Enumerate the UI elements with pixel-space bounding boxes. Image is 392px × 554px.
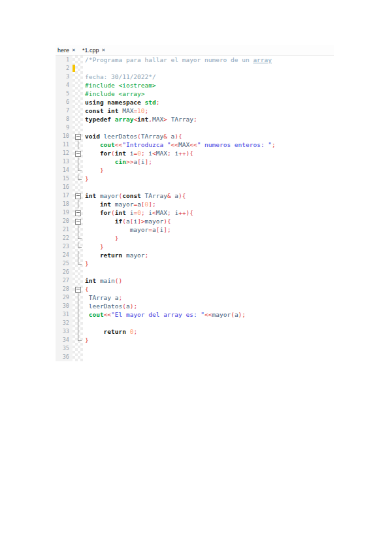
fold-margin-cell xyxy=(73,242,83,251)
token-sym: ); xyxy=(130,302,137,310)
line-number: 10 xyxy=(56,132,73,140)
fold-margin-cell xyxy=(73,174,83,183)
code-line: 27int main() xyxy=(56,276,334,285)
token-sym: ; xyxy=(141,150,148,157)
token-sym: ; xyxy=(167,150,174,157)
fold-margin-cell[interactable] xyxy=(73,217,83,225)
line-number: 2 xyxy=(56,64,73,73)
token-ind xyxy=(85,218,115,225)
code-text xyxy=(83,183,334,191)
fold-collapse-icon[interactable] xyxy=(75,134,81,140)
line-number: 8 xyxy=(56,115,73,123)
line-number: 18 xyxy=(56,200,73,208)
fold-line xyxy=(78,327,78,336)
token-kw: for xyxy=(100,209,111,216)
token-sym: ){ xyxy=(163,218,171,225)
code-line: 21 mayor=a[i]; xyxy=(56,225,334,234)
fold-end xyxy=(78,242,82,248)
code-line: 9 xyxy=(56,123,334,132)
fold-end xyxy=(78,174,82,180)
fold-margin-cell[interactable] xyxy=(73,191,83,200)
code-line: 12 for(int i=0; i<MAX; i++){ xyxy=(56,149,334,157)
fold-line xyxy=(78,225,78,234)
fold-margin-cell xyxy=(73,234,83,242)
code-line: 26 xyxy=(56,268,334,276)
token-sym: ; xyxy=(272,141,276,148)
token-ind xyxy=(85,150,100,157)
fold-margin-cell[interactable] xyxy=(73,149,83,157)
code-text: #include <array> xyxy=(83,90,334,98)
fold-line xyxy=(78,293,78,302)
token-ind xyxy=(85,158,115,165)
token-com: /*Programa para hallar el mayor numero d… xyxy=(85,56,253,63)
token-sym: > xyxy=(163,116,171,123)
token-sym: << xyxy=(189,141,197,148)
token-sym: } xyxy=(85,336,89,344)
code-line: 10void leerDatos(TArray& a){ xyxy=(56,132,334,140)
code-text xyxy=(83,319,334,327)
token-sym: ){ xyxy=(174,133,182,140)
text-cursor xyxy=(73,65,75,72)
token-id: mayor xyxy=(115,201,134,208)
code-editor-area[interactable]: 1/*Programa para hallar el mayor numero … xyxy=(56,56,334,361)
fold-collapse-icon[interactable] xyxy=(75,287,81,293)
fold-line xyxy=(78,140,78,149)
token-kw: const xyxy=(122,192,144,199)
fold-margin-cell[interactable] xyxy=(73,208,83,217)
fold-margin-cell xyxy=(73,251,83,259)
token-sym: } xyxy=(100,167,104,174)
token-kw: int xyxy=(115,150,130,157)
code-text: cin>>a[i]; xyxy=(83,157,334,166)
code-text xyxy=(83,64,334,73)
fold-collapse-icon[interactable] xyxy=(75,210,81,216)
code-text: /*Programa para hallar el mayor numero d… xyxy=(83,56,334,64)
code-line: 30 leerDatos(a); xyxy=(56,302,334,310)
code-text: } xyxy=(83,166,334,174)
code-text: return mayor; xyxy=(83,251,334,259)
fold-end xyxy=(78,259,82,265)
line-number: 27 xyxy=(56,276,73,285)
fold-collapse-icon[interactable] xyxy=(75,219,81,225)
code-text: mayor=a[i]; xyxy=(83,225,334,234)
token-sym: ++){ xyxy=(178,150,193,157)
line-number: 23 xyxy=(56,242,73,251)
code-line: 29 TArray a; xyxy=(56,293,334,302)
close-icon[interactable]: ✕ xyxy=(101,48,105,52)
code-line: 20 if(a[i]>mayor){ xyxy=(56,217,334,225)
token-ind xyxy=(85,243,100,250)
fold-collapse-icon[interactable] xyxy=(75,193,81,199)
code-line: 32 xyxy=(56,319,334,327)
token-sym: ; xyxy=(119,294,123,301)
token-ind xyxy=(85,252,100,259)
code-line: 17int mayor(const TArray& a){ xyxy=(56,191,334,200)
line-number: 26 xyxy=(56,268,73,276)
token-sym: ; xyxy=(141,209,148,216)
fold-margin-cell[interactable] xyxy=(73,132,83,140)
fold-margin-cell xyxy=(73,276,83,285)
line-number: 29 xyxy=(56,293,73,302)
token-sym: { xyxy=(85,285,89,293)
token-ind xyxy=(85,226,130,233)
token-sym: } xyxy=(85,175,89,182)
line-number: 12 xyxy=(56,149,73,157)
tab-here[interactable]: here ✕ xyxy=(56,45,80,55)
token-kw: int xyxy=(100,201,115,208)
close-icon[interactable]: ✕ xyxy=(72,48,76,52)
fold-margin-cell xyxy=(73,293,83,302)
tab-1cpp[interactable]: *1.cpp ✕ xyxy=(80,45,110,55)
code-lines-container: 1/*Programa para hallar el mayor numero … xyxy=(56,56,334,361)
code-text: cout<<"Introduzca "<<MAX<<" numeros ente… xyxy=(83,140,334,149)
fold-margin-cell xyxy=(73,327,83,336)
token-sym: } xyxy=(115,235,119,242)
token-id: leerDatos xyxy=(89,302,122,310)
fold-margin-cell xyxy=(73,353,83,361)
fold-margin-cell xyxy=(73,183,83,191)
token-ind xyxy=(85,209,100,216)
fold-collapse-icon[interactable] xyxy=(75,151,81,157)
fold-line xyxy=(78,157,78,166)
token-kw: int xyxy=(137,116,148,123)
fold-margin-cell xyxy=(73,123,83,132)
fold-margin-cell[interactable] xyxy=(73,285,83,293)
token-str: " numeros enteros: " xyxy=(197,141,272,148)
code-text xyxy=(83,123,334,132)
